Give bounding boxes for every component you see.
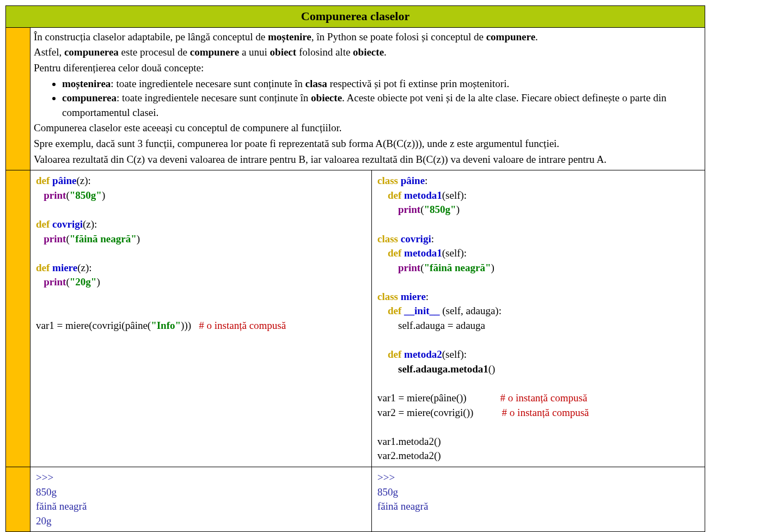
output-line: făină neagră bbox=[377, 500, 428, 512]
string-literal: "20g" bbox=[70, 276, 97, 288]
text: (z): bbox=[83, 218, 97, 230]
fn-print: print bbox=[44, 189, 66, 201]
text: () bbox=[488, 363, 496, 375]
output-left: >>> 850g făină neagră 20g bbox=[34, 469, 368, 529]
output-line: 850g bbox=[36, 486, 57, 498]
comment: # o instanță compusă bbox=[500, 392, 587, 403]
text: Valoarea rezultată din C(z) va deveni va… bbox=[34, 152, 701, 167]
fn-name: covrigi bbox=[52, 218, 83, 230]
text: În construcția claselor adaptabile, pe l… bbox=[34, 31, 268, 42]
bold: compunerea bbox=[62, 92, 117, 103]
comment: # o instanță compusă bbox=[502, 407, 589, 418]
fn-name: metoda1 bbox=[404, 247, 442, 259]
bold: obiecte bbox=[353, 46, 384, 58]
bold: obiecte bbox=[311, 92, 342, 103]
class-name: pâine bbox=[401, 175, 425, 186]
table-title: Compunerea claselor bbox=[6, 6, 705, 28]
kw-def: def bbox=[36, 175, 50, 186]
text: : toate ingredientele necesare sunt conț… bbox=[117, 92, 311, 103]
text: (z): bbox=[76, 175, 90, 186]
concepts-list: moștenirea: toate ingredientele necesare… bbox=[34, 77, 701, 120]
text: var2 = miere(covrigi()) bbox=[377, 407, 473, 418]
class-name: miere bbox=[401, 291, 426, 302]
code-left-cell: def pâine(z): print("850g") def covrigi(… bbox=[30, 170, 372, 467]
bold: obiect bbox=[270, 46, 297, 58]
fn-print: print bbox=[44, 276, 66, 288]
text: , în Python se poate folosi și conceptul… bbox=[311, 31, 486, 42]
comment: # o instanță compusă bbox=[199, 320, 286, 331]
text: (self): bbox=[442, 348, 467, 360]
fn-print: print bbox=[44, 233, 66, 244]
kw-def: def bbox=[36, 262, 50, 273]
text: ))) bbox=[181, 320, 199, 331]
bold: compunere bbox=[190, 46, 239, 58]
spacer bbox=[467, 392, 500, 403]
text: . bbox=[535, 31, 538, 42]
kw-def: def bbox=[36, 218, 50, 230]
fn-name: metoda1 bbox=[404, 189, 442, 201]
string-literal: "făină neagră" bbox=[424, 262, 491, 273]
output-right: >>> 850g făină neagră bbox=[375, 469, 701, 515]
kw-def: def bbox=[388, 247, 401, 259]
prompt: >>> bbox=[377, 472, 395, 483]
output-row: >>> 850g făină neagră 20g >>> 850g făină… bbox=[6, 467, 705, 532]
text: este procesul de bbox=[119, 46, 190, 58]
output-line: 20g bbox=[36, 515, 52, 527]
fn-name: pâine bbox=[52, 175, 76, 186]
kw-class: class bbox=[377, 291, 398, 302]
code-block-left: def pâine(z): print("850g") def covrigi(… bbox=[34, 173, 368, 334]
output-line: făină neagră bbox=[36, 500, 87, 512]
kw-def: def bbox=[388, 348, 401, 360]
fn-name: metoda2 bbox=[404, 348, 442, 360]
list-item: compunerea: toate ingredientele necesare… bbox=[62, 91, 701, 120]
text: (self, adauga): bbox=[440, 305, 502, 316]
fn-print: print bbox=[398, 204, 420, 215]
text: Astfel, bbox=[34, 46, 64, 58]
intro-cell: În construcția claselor adaptabile, pe l… bbox=[30, 27, 705, 170]
string-literal: "850g" bbox=[70, 189, 102, 201]
output-right-cell: >>> 850g făină neagră bbox=[372, 467, 705, 532]
string-literal: "850g" bbox=[424, 204, 456, 215]
output-line: 850g bbox=[377, 486, 398, 498]
code-row: def pâine(z): print("850g") def covrigi(… bbox=[6, 170, 705, 467]
bold-compunere: compunere bbox=[486, 31, 535, 42]
kw-class: class bbox=[377, 233, 398, 244]
intro-row: În construcția claselor adaptabile, pe l… bbox=[6, 27, 705, 170]
kw-class: class bbox=[377, 175, 398, 186]
string-literal: "făină neagră" bbox=[70, 233, 137, 244]
text: : toate ingredientele necesare sunt conț… bbox=[111, 78, 305, 89]
output-left-cell: >>> 850g făină neagră 20g bbox=[30, 467, 372, 532]
fn-name: __init__ bbox=[404, 305, 439, 316]
text: . bbox=[384, 46, 387, 58]
list-item: moștenirea: toate ingredientele necesare… bbox=[62, 77, 701, 91]
text: : bbox=[425, 175, 427, 186]
text: a unui bbox=[239, 46, 270, 58]
code-right-cell: class pâine: def metoda1(self): print("8… bbox=[372, 170, 705, 467]
bold: clasa bbox=[305, 78, 327, 89]
class-composition-table: Compunerea claselor În construcția clase… bbox=[5, 5, 705, 532]
text: Spre exemplu, dacă sunt 3 funcții, compu… bbox=[34, 137, 701, 151]
bold-call: self.adauga.metoda1 bbox=[398, 363, 488, 375]
text: (z): bbox=[77, 262, 91, 273]
text: folosind alte bbox=[296, 46, 353, 58]
spacer bbox=[473, 407, 502, 418]
kw-def: def bbox=[388, 189, 401, 201]
text: var2.metoda2() bbox=[377, 450, 441, 461]
text: (self): bbox=[442, 247, 467, 259]
bold: moștenirea bbox=[62, 78, 111, 89]
bold: compunerea bbox=[64, 46, 119, 58]
text: : bbox=[426, 291, 429, 302]
fn-name: miere bbox=[52, 262, 77, 273]
stripe-cell bbox=[6, 170, 30, 467]
text: var1 = miere(pâine()) bbox=[377, 392, 467, 403]
stripe-cell bbox=[6, 27, 30, 170]
text: Compunerea claselor este aceeași cu conc… bbox=[34, 121, 701, 136]
text: var1.metoda2() bbox=[377, 436, 441, 447]
fn-print: print bbox=[398, 262, 420, 273]
code-block-right: class pâine: def metoda1(self): print("8… bbox=[375, 173, 701, 464]
bold-mostenire: moștenire bbox=[268, 31, 311, 42]
text: self.adauga = adauga bbox=[377, 320, 485, 331]
class-name: covrigi bbox=[401, 233, 431, 244]
text: Pentru diferențierea celor două concepte… bbox=[34, 61, 701, 76]
stripe-cell bbox=[6, 467, 30, 532]
